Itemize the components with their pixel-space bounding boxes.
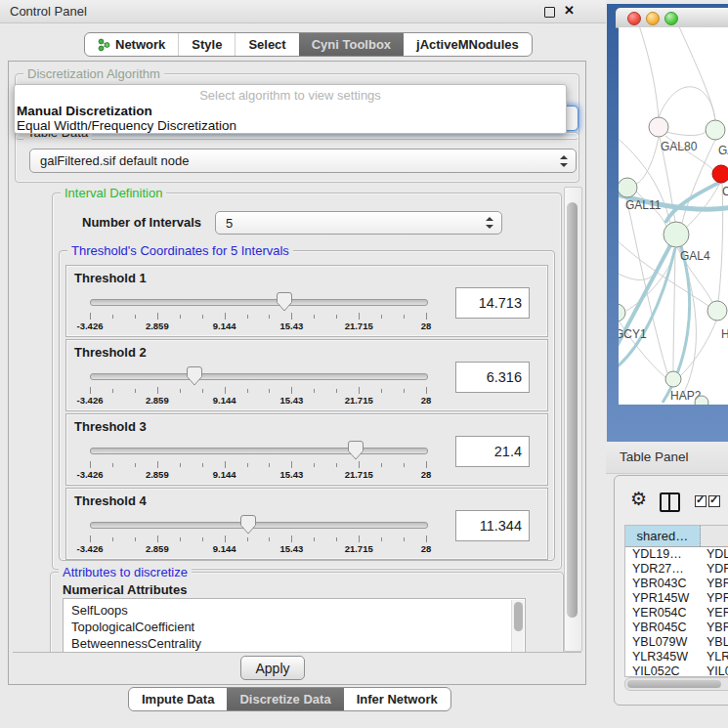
tab-infer-network[interactable]: Infer Network [344, 688, 450, 710]
tab-label: Network [115, 37, 165, 52]
cell-shared-name[interactable]: YLR345W [625, 650, 700, 664]
threshold-slider[interactable]: -3.4262.8599.14415.4321.71528 [90, 514, 426, 555]
network-node-ga[interactable] [706, 120, 725, 140]
slider-thumb[interactable] [277, 292, 292, 312]
attribute-item[interactable]: BetweennessCentrality [71, 635, 525, 652]
cell-name[interactable]: YLR3 [700, 650, 728, 664]
threshold-value-field[interactable]: 14.713 [455, 287, 530, 319]
slider-tick-label: 15.43 [280, 395, 304, 406]
threshold-slider[interactable]: -3.4262.8599.14415.4321.71528 [90, 291, 426, 332]
network-node-c[interactable] [712, 165, 728, 183]
slider-thumb[interactable] [348, 441, 364, 460]
network-window-titlebar[interactable] [616, 8, 728, 28]
attributes-list-scrollbar[interactable] [511, 600, 524, 653]
network-canvas[interactable]: GAL80GACGAL11GAL4GCY1HHAP2 [619, 27, 728, 405]
tab-network[interactable]: Network [85, 33, 178, 56]
cell-name[interactable]: YPR1 [700, 591, 728, 606]
slider-track[interactable] [90, 299, 428, 306]
table-row[interactable]: YBR043CYBR0 [625, 577, 728, 591]
threshold-value-field[interactable]: 11.344 [455, 510, 530, 541]
cell-shared-name[interactable]: YBR043C [625, 577, 700, 591]
table-row[interactable]: YDR27…YDR2 [625, 562, 728, 577]
apply-button[interactable]: Apply [240, 656, 305, 680]
table-panel: ⚙ shared… n… YDL19…YDL1YDR27…YDR2YBR043C… [614, 475, 728, 706]
combobox-spinner-icon[interactable] [559, 155, 567, 167]
cell-shared-name[interactable]: YDR27… [625, 562, 700, 577]
slider-thumb[interactable] [240, 515, 256, 535]
threshold-value-field[interactable]: 21.4 [455, 436, 530, 467]
slider-track[interactable] [90, 448, 428, 454]
attribute-item[interactable]: TopologicalCoefficient [71, 619, 525, 635]
table-row[interactable]: YLR345WYLR3 [625, 650, 728, 664]
threshold-slider[interactable]: -3.4262.8599.14415.4321.71528 [90, 440, 426, 481]
checkbox-icon[interactable] [708, 495, 720, 507]
network-view-window[interactable]: GAL80GACGAL11GAL4GCY1HHAP2 [607, 4, 728, 442]
algorithm-placeholder-option[interactable]: Select algorithm to view settings [15, 85, 566, 104]
cell-shared-name[interactable]: YIL052C [625, 664, 700, 677]
vertical-scrollbar[interactable] [564, 187, 582, 652]
network-node-h[interactable] [707, 301, 727, 321]
cell-name[interactable]: YBR0 [700, 577, 728, 591]
table-row[interactable]: YBR045CYBR0 [625, 621, 728, 635]
network-node-gal80[interactable] [649, 117, 668, 137]
cell-name[interactable]: YDL1 [700, 547, 728, 562]
scrollbar-thumb[interactable] [514, 602, 523, 631]
network-node[interactable] [695, 396, 708, 405]
cell-shared-name[interactable]: YPR145W [625, 591, 700, 606]
close-icon[interactable]: ✕ [564, 3, 575, 18]
table-row[interactable]: YBL079WYBL0 [625, 635, 728, 650]
tab-jactivemnodules[interactable]: jActiveMNodules [404, 33, 532, 56]
network-node-gal11[interactable] [619, 178, 637, 197]
float-window-icon[interactable] [544, 7, 555, 18]
interval-definition-group-title: Interval Definition [61, 186, 166, 200]
numerical-attributes-list[interactable]: SelfLoopsTopologicalCoefficientBetweenne… [63, 598, 526, 653]
cell-shared-name[interactable]: YBL079W [625, 635, 700, 650]
scrollbar-thumb[interactable] [567, 202, 578, 618]
tab-style[interactable]: Style [178, 33, 235, 56]
cell-shared-name[interactable]: YDL19… [625, 547, 700, 562]
algorithm-option-manual[interactable]: Manual Discretization [15, 104, 566, 118]
network-node-label: GCY1 [619, 327, 647, 341]
checkbox-icon[interactable] [695, 495, 707, 507]
tab-impute-data[interactable]: Impute Data [129, 688, 227, 710]
horizontal-scrollbar[interactable] [624, 677, 728, 691]
slider-thumb[interactable] [187, 366, 202, 386]
slider-track[interactable] [90, 522, 428, 529]
cell-name[interactable]: YIL0 [700, 664, 728, 677]
cell-name[interactable]: YBL0 [700, 635, 728, 650]
table-row[interactable]: YDL19…YDL1 [625, 547, 728, 562]
combobox-spinner-icon[interactable] [485, 217, 492, 229]
minimize-traffic-light-icon[interactable] [646, 12, 660, 25]
network-node-gcy1[interactable] [619, 304, 625, 321]
cell-shared-name[interactable]: YBR045C [625, 621, 700, 635]
table-data-combobox[interactable]: galFiltered.sif default node [29, 149, 577, 173]
node-attribute-table[interactable]: shared… n… YDL19…YDL1YDR27…YDR2YBR043CYB… [624, 525, 728, 677]
table-row[interactable]: YPR145WYPR1 [625, 591, 728, 606]
attribute-item[interactable]: SelfLoops [71, 602, 525, 619]
cell-name[interactable]: YER0 [700, 606, 728, 621]
slider-tick [381, 389, 382, 393]
table-row[interactable]: YER054CYER0 [625, 606, 728, 621]
cell-name[interactable]: YDR2 [700, 562, 728, 577]
zoom-traffic-light-icon[interactable] [664, 12, 678, 25]
algorithm-option-equal-width[interactable]: Equal Width/Frequency Discretization [15, 118, 566, 133]
gear-icon[interactable]: ⚙ [630, 488, 647, 510]
scrollbar-thumb[interactable] [627, 680, 721, 688]
tab-select[interactable]: Select [235, 33, 298, 56]
table-header-shared-name[interactable]: shared… [625, 526, 701, 546]
network-node-hap2[interactable] [665, 371, 681, 387]
network-node-gal4[interactable] [664, 222, 689, 247]
close-traffic-light-icon[interactable] [627, 12, 641, 25]
cell-name[interactable]: YBR0 [700, 621, 728, 635]
table-header-name[interactable]: n… [701, 526, 728, 546]
slider-track[interactable] [90, 373, 428, 380]
cell-shared-name[interactable]: YER054C [625, 606, 700, 621]
columns-icon[interactable] [660, 492, 680, 512]
slider-tick [157, 387, 158, 394]
threshold-slider[interactable]: -3.4262.8599.14415.4321.71528 [90, 365, 426, 407]
tab-discretize-data[interactable]: Discretize Data [227, 688, 343, 710]
table-row[interactable]: YIL052CYIL0 [625, 664, 728, 677]
number-of-intervals-combobox[interactable]: 5 [215, 211, 502, 235]
threshold-value-field[interactable]: 6.316 [455, 362, 530, 393]
tab-cyni-toolbox[interactable]: Cyni Toolbox [299, 33, 404, 56]
